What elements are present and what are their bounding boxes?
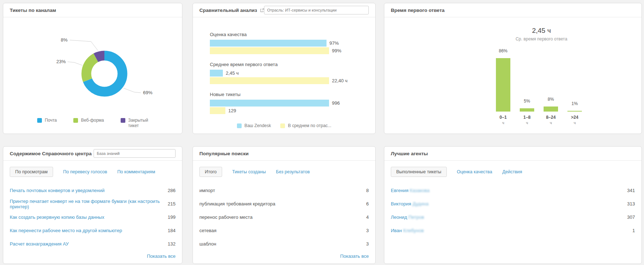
- callout-line: [68, 62, 82, 65]
- axis-range-label: >24: [567, 115, 582, 120]
- list-item: перенос рабочего места4: [199, 210, 369, 224]
- help-center-tab-1[interactable]: По перевесу голосов: [63, 169, 107, 174]
- article-link[interactable]: Как создать резервную копию базы данных: [10, 214, 104, 220]
- tickets-donut-chart: 69%23%8%: [3, 17, 182, 134]
- popular-searches-body: ИтогоТикеты созданыБез результатов импор…: [193, 161, 375, 264]
- row-value: 4: [366, 214, 369, 220]
- row-value: 6: [366, 201, 369, 207]
- frt-bar-column: 86%0–1ч: [496, 34, 510, 112]
- bar-value-label: 22,40 ч: [332, 78, 347, 83]
- list-item: сетевая3: [199, 224, 369, 237]
- donut-percent-label: 8%: [61, 37, 68, 43]
- panel-title: Популярные поиски: [199, 151, 248, 156]
- list-item: Евгения Казакова341: [391, 184, 635, 197]
- agent-link[interactable]: Евгения Казакова: [391, 188, 429, 193]
- axis-range-label: 0–1: [496, 115, 510, 120]
- knowledge-base-filter-select[interactable]: [94, 149, 176, 158]
- panel-header: Популярные поиски: [193, 147, 375, 161]
- frt-bar: [567, 111, 582, 112]
- row-value: 1: [632, 228, 635, 233]
- help-center-tab-0[interactable]: По просмотрам: [10, 167, 53, 177]
- show-all-link[interactable]: Показать все: [147, 253, 176, 259]
- axis-range-label: 1–8: [520, 115, 534, 120]
- comparison-metric-label: Оценка качества: [210, 32, 375, 37]
- panel-title: Сравнительный анализ: [199, 8, 257, 13]
- frt-bar-column: 5%1–8ч: [520, 34, 534, 112]
- article-link[interactable]: Принтер печатает конверт не на том форма…: [10, 199, 163, 209]
- donut-percent-label: 23%: [56, 59, 66, 64]
- article-list: Печать почтовых конвертов и уведомлений2…: [3, 177, 182, 251]
- industry-average-bar: [210, 47, 329, 54]
- open-in-new-icon[interactable]: [260, 8, 264, 12]
- frt-bar-column: 8%8–24ч: [544, 34, 558, 112]
- help-center-tab-2[interactable]: По комментариям: [117, 169, 155, 174]
- callout-line: [124, 88, 141, 93]
- row-value: 313: [627, 201, 635, 207]
- panel-header: Содержимое Справочного центра: [3, 147, 182, 161]
- legend-swatch: [37, 118, 42, 123]
- frt-bar: [544, 107, 558, 112]
- bar-percent-label: 8%: [548, 97, 554, 102]
- your-zendesk-bar: [210, 100, 329, 107]
- search-terms-list: импорт8публикация требования кредитора6п…: [193, 177, 375, 251]
- comparison-metric-label: Новые тикеты: [210, 92, 375, 97]
- help-center-body: По просмотрамПо перевесу голосовПо комме…: [3, 161, 182, 264]
- legend-item: В среднем по отрас...: [280, 123, 331, 129]
- search-term: сетевая: [199, 228, 216, 233]
- agent-link[interactable]: Виктория Дудина: [391, 201, 428, 207]
- popular-searches-tab-1[interactable]: Тикеты созданы: [232, 169, 266, 174]
- legend-swatch: [237, 123, 242, 128]
- row-value: 215: [168, 201, 176, 207]
- callout-line: [70, 40, 98, 51]
- panel-header: Время первого ответа: [384, 3, 641, 17]
- bar-value-label: 99%: [332, 48, 341, 53]
- agent-link[interactable]: Леонид Петров: [391, 214, 424, 220]
- donut-chart-area: 69%23%8% ПочтаВеб-формаЗакрытый тикет: [3, 17, 182, 134]
- frt-bar: [496, 58, 510, 112]
- comparison-bar-row: 129: [210, 107, 375, 114]
- row-value: 286: [168, 188, 176, 193]
- list-item: Виктория Дудина313: [391, 197, 635, 210]
- help-center-tabs: По просмотрамПо перевесу голосовПо комме…: [3, 161, 182, 177]
- article-link[interactable]: Печать почтовых конвертов и уведомлений: [10, 188, 104, 193]
- panel-top-agents: Лучшие агенты Выполненные тикетыОценка к…: [384, 146, 642, 264]
- bar-value-label: 97%: [329, 40, 339, 46]
- row-value: 199: [168, 214, 176, 220]
- frt-bar-chart: 86%0–1ч5%1–8ч8%8–24ч1%>24ч: [496, 34, 583, 112]
- industry-filter-select[interactable]: [264, 6, 369, 14]
- show-all-link[interactable]: Показать все: [340, 253, 369, 259]
- top-agents-tab-1[interactable]: Оценка качества: [457, 169, 492, 174]
- axis-range-label: 8–24: [544, 115, 558, 120]
- top-agents-tabs: Выполненные тикетыОценка качестваДействи…: [384, 161, 641, 177]
- panel-help-center-content: Содержимое Справочного центра По просмот…: [3, 146, 182, 264]
- agent-link[interactable]: Иван Клебунов: [391, 228, 424, 233]
- redacted-surname: Клебунов: [403, 228, 424, 233]
- list-item: Как создать резервную копию базы данных1…: [10, 210, 176, 224]
- legend-swatch: [280, 123, 285, 128]
- axis-unit-label: ч: [544, 121, 558, 125]
- row-value: 307: [627, 214, 635, 220]
- row-value: 8: [366, 188, 369, 193]
- article-link[interactable]: Как перенести рабочее место на другой ко…: [10, 228, 122, 233]
- top-agents-tab-2[interactable]: Действия: [502, 169, 522, 174]
- top-agents-tab-0[interactable]: Выполненные тикеты: [391, 167, 447, 177]
- search-term: публикация требования кредитора: [199, 201, 275, 207]
- article-link[interactable]: Расчет вознаграждения АУ: [10, 241, 69, 247]
- panel-comparative-analysis: Сравнительный анализ Оценка качества97%9…: [193, 3, 376, 134]
- bar-value-label: 2,45 ч: [226, 70, 239, 76]
- search-term: шаблон: [199, 241, 216, 247]
- legend-item: Веб-форма: [73, 118, 104, 123]
- panel-first-reply-time: Время первого ответа 2,45 ч Ср. время пе…: [384, 3, 642, 134]
- popular-searches-tab-2[interactable]: Без результатов: [276, 169, 310, 174]
- list-item: Леонид Петров307: [391, 210, 635, 224]
- frt-bar-column: 1%>24ч: [567, 34, 582, 112]
- list-item: Как перенести рабочее место на другой ко…: [10, 224, 176, 237]
- popular-searches-tab-0[interactable]: Итого: [199, 167, 222, 177]
- search-term: импорт: [199, 188, 215, 193]
- list-item: Иван Клебунов1: [391, 224, 635, 237]
- popular-searches-tabs: ИтогоТикеты созданыБез результатов: [193, 161, 375, 177]
- legend-item: Ваш Zendesk: [237, 123, 271, 129]
- comparison-bar-row: 2,45 ч: [210, 70, 375, 77]
- panel-title: Лучшие агенты: [391, 151, 428, 156]
- donut-legend: ПочтаВеб-формаЗакрытый тикет: [3, 118, 182, 129]
